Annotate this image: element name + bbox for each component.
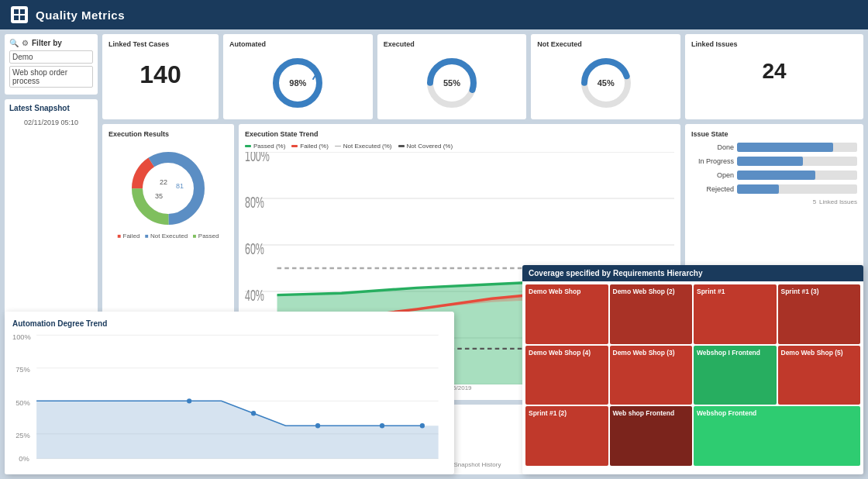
svg-text:80%: 80%	[245, 193, 264, 211]
search-icon: 🔍	[9, 39, 19, 47]
tree-cell-11: Webshop Frontend	[694, 406, 860, 466]
svg-rect-3	[20, 16, 25, 20]
tree-cell-2: Demo Web Shop (2)	[610, 284, 693, 344]
bar-rejected-label: Rejected	[691, 185, 734, 193]
svg-point-45	[187, 398, 191, 403]
automation-trend-title: Automation Degree Trend	[12, 319, 446, 328]
filter-label: Filter by	[32, 39, 62, 47]
tree-cell-7: Webshop I Frontend	[694, 346, 777, 405]
coverage-panel: Coverage specified by Requirements Hiera…	[522, 265, 863, 474]
bar-done-track	[737, 143, 857, 152]
not-executed-donut: 45%	[537, 53, 674, 113]
exec-trend-legend: Passed (%) Failed (%) Not Executed (%) N…	[245, 143, 674, 150]
exec-results-title: Execution Results	[108, 130, 228, 138]
svg-text:0%: 0%	[19, 454, 29, 463]
issue-state-title: Issue State	[691, 130, 857, 138]
issues-axis-label: 5 Linked Issues	[691, 198, 857, 205]
filter-box: 🔍 ⚙ Filter by Demo Web shop order proces…	[5, 34, 98, 95]
svg-text:40%: 40%	[245, 286, 264, 304]
legend-not-covered: Not Covered (%)	[398, 143, 453, 150]
svg-text:81: 81	[176, 182, 184, 190]
automated-donut: 98%	[229, 53, 367, 113]
svg-point-48	[380, 423, 384, 428]
linked-issues-value: 24	[691, 59, 857, 84]
snapshot-history-label: Snapshot History	[454, 461, 501, 468]
svg-point-46	[251, 411, 256, 415]
bar-open: Open	[691, 171, 857, 180]
linked-tc-card: Linked Test Cases 140	[102, 34, 219, 119]
executed-card: Executed 55%	[377, 34, 527, 119]
svg-text:22: 22	[160, 178, 167, 186]
svg-rect-0	[14, 9, 19, 14]
not-executed-title: Not Executed	[537, 40, 674, 48]
tree-cell-8: Demo Web Shop (5)	[778, 346, 861, 405]
tree-cell-3: Sprint #1	[694, 284, 777, 344]
not-executed-card: Not Executed 45%	[531, 34, 680, 119]
bar-rejected: Rejected	[691, 184, 857, 194]
svg-text:100%: 100%	[12, 333, 31, 341]
tree-cell-5: Demo Web Shop (4)	[525, 346, 608, 405]
bar-open-fill	[737, 171, 815, 180]
bar-done: Done	[691, 143, 857, 152]
tree-cell-9: Sprint #1 (2)	[525, 406, 608, 466]
svg-text:50%: 50%	[16, 398, 30, 407]
app-title: Quality Metrics	[36, 9, 125, 22]
bar-open-track	[737, 171, 857, 180]
svg-text:75%: 75%	[16, 365, 30, 374]
tree-cell-10: Web shop Frontend	[610, 406, 693, 466]
bar-open-label: Open	[691, 171, 734, 179]
svg-text:25%: 25%	[16, 431, 30, 439]
bar-inprogress: In Progress	[691, 157, 857, 166]
linked-tc-title: Linked Test Cases	[108, 40, 212, 48]
metrics-row: Linked Test Cases 140 Automated 98%	[102, 34, 680, 119]
legend-failed: Failed (%)	[291, 143, 328, 150]
automated-percent: 98%	[289, 78, 306, 88]
bar-done-label: Done	[691, 143, 734, 151]
linked-issues-card: Linked Issues 24	[685, 34, 863, 119]
tree-cell-1: Demo Web Shop	[525, 284, 608, 344]
legend-passed: Passed (%)	[245, 143, 285, 150]
legend-not-executed: Not Executed (%)	[335, 143, 392, 150]
bar-rejected-track	[737, 184, 857, 194]
executed-title: Executed	[384, 40, 521, 48]
automated-card: Automated 98%	[223, 34, 373, 119]
latest-snapshot-title: Latest Snapshot	[9, 104, 93, 112]
svg-text:100%: 100%	[245, 152, 270, 164]
app-logo	[11, 6, 28, 23]
filter-value-1[interactable]: Demo	[9, 50, 93, 64]
not-executed-percent: 45%	[598, 78, 615, 88]
executed-donut: 55%	[384, 53, 521, 113]
automation-trend-chart: 100% 75% 50% 25% 0%	[12, 331, 446, 463]
bar-done-fill	[737, 143, 833, 152]
executed-percent: 55%	[443, 78, 460, 88]
svg-rect-1	[20, 9, 25, 14]
snapshot-date: 02/11/2019 05:10	[9, 119, 93, 126]
tree-cell-4: Sprint #1 (3)	[778, 284, 861, 344]
filter-value-2[interactable]: Web shop order process	[9, 66, 93, 88]
bar-inprogress-fill	[737, 157, 803, 166]
bar-inprogress-track	[737, 157, 857, 166]
filter-icon: ⚙	[22, 39, 29, 47]
svg-rect-2	[14, 16, 19, 20]
title-bar: Quality Metrics	[0, 0, 868, 29]
coverage-title: Coverage specified by Requirements Hiera…	[522, 265, 863, 281]
automated-title: Automated	[229, 40, 367, 48]
tree-cell-6: Demo Web Shop (3)	[610, 346, 693, 405]
issue-state-bars: Done In Progress Open	[691, 143, 857, 194]
bar-rejected-fill	[737, 184, 779, 194]
automation-trend-panel: Automation Degree Trend 100% 75% 50% 25%…	[5, 312, 454, 474]
exec-results-donut: 22 81 35	[108, 146, 228, 231]
svg-text:60%: 60%	[245, 239, 264, 257]
linked-tc-value: 140	[108, 60, 212, 89]
svg-text:35: 35	[155, 192, 163, 200]
linked-issues-footer-label: Linked Issues	[819, 198, 857, 205]
svg-point-47	[315, 423, 320, 428]
exec-trend-title: Execution State Trend	[245, 130, 674, 138]
svg-point-49	[420, 423, 425, 428]
linked-issues-title: Linked Issues	[691, 40, 857, 48]
bar-inprogress-label: In Progress	[691, 157, 734, 165]
